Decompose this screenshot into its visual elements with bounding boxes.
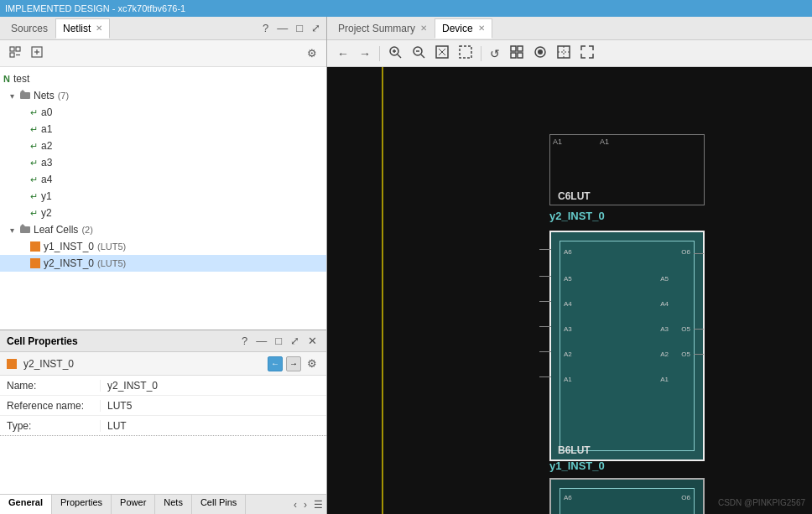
highlight-btn[interactable] [530,44,550,63]
props-key-refname: Reference name: [0,400,101,412]
pin-A1-left: A1 [564,376,572,383]
props-help-btn[interactable]: ? [239,334,250,348]
net-a2-label: a2 [41,140,52,152]
tree-net-a2[interactable]: ↵ a2 [0,138,326,154]
netlist-toolbar: ⚙ [0,40,326,67]
y2-block-name: B6LUT [558,444,591,456]
net-a4-label: a4 [41,174,52,185]
tree-net-a1[interactable]: ↵ a1 [0,121,326,138]
zoom-in-btn[interactable] [385,44,405,63]
svg-rect-2 [10,53,14,57]
tab-minimize-btn[interactable]: — [274,21,290,35]
pin-A5-left: A5 [564,275,572,283]
pin-A3-right: A3 [660,325,669,333]
route-btn[interactable] [507,44,527,63]
input-line-a4 [539,301,551,302]
y2-inst-block[interactable]: A6 O6 A5 A5 A4 A4 A3 A3 O5 A2 A2 O5 A1 A… [549,231,705,461]
props-scroll-left-btn[interactable]: ‹ [290,495,300,514]
props-row-refname: Reference name: LUT5 [0,396,326,416]
tree-net-y1[interactable]: ↵ y1 [0,188,326,205]
props-close-btn[interactable]: ✕ [305,334,320,348]
netlist-tab-close[interactable]: ✕ [96,23,102,33]
net-a3-label: a3 [41,157,52,169]
pin-A6-left: A6 [564,248,572,256]
props-settings-btn[interactable]: ⚙ [304,356,320,371]
tree-net-a3[interactable]: ↵ a3 [0,154,326,171]
props-val-type: LUT [101,420,133,432]
net-icon-a0: ↵ [30,107,38,118]
props-scroll-right-btn[interactable]: › [300,495,310,514]
pin-A2-left: A2 [564,350,572,358]
tree-nets-group[interactable]: ▾ Nets (7) [0,87,326,104]
back-btn[interactable]: ← [334,45,352,62]
svg-line-18 [442,49,445,52]
props-tab-general[interactable]: General [0,495,52,514]
snap-btn[interactable] [554,44,574,63]
forward-btn[interactable]: → [356,45,374,62]
props-tab-nets[interactable]: Nets [155,495,192,514]
net-icon-a2: ↵ [30,141,38,152]
tab-float-btn[interactable]: ⤢ [309,21,323,35]
net-a1-label: a1 [41,123,52,135]
select-btn[interactable] [455,44,476,63]
tab-sources[interactable]: Sources [3,18,55,39]
toolbar-sep-1 [379,46,380,61]
title-bar: IMPLEMENTED DESIGN - xc7k70tfbv676-1 [0,0,812,17]
tab-project-summary[interactable]: Project Summary ✕ [331,18,435,39]
net-icon-y1: ↵ [30,191,38,202]
tree-cell-y2inst0[interactable]: y2_INST_0 (LUT5) [0,255,326,272]
props-key-type: Type: [0,420,101,432]
props-row-type: Type: LUT [0,416,326,436]
y1-inst-block[interactable]: A6 O6 A5 [549,478,705,514]
c6lut-block[interactable]: A1 A1 C6LUT [549,134,705,205]
net-icon-a1: ↵ [30,124,38,135]
refresh-btn[interactable]: ↺ [487,45,503,62]
project-summary-close[interactable]: ✕ [420,23,427,33]
device-canvas[interactable]: A1 A1 C6LUT y2_INST_0 A6 O6 A5 A5 A4 A4 … [327,67,812,514]
collapse-all-btn[interactable] [7,45,23,61]
leafcells-label: Leaf Cells [34,224,78,236]
net-y2-label: y2 [41,207,52,219]
tree-net-a4[interactable]: ↵ a4 [0,171,326,188]
netlist-icon: N [3,74,10,84]
tree-leafcells-group[interactable]: ▾ Leaf Cells (2) [0,221,326,238]
props-maximize-btn[interactable]: □ [273,334,284,348]
tab-help-btn[interactable]: ? [260,21,271,35]
svg-rect-21 [460,46,471,58]
tab-device[interactable]: Device ✕ [435,18,492,39]
expand-all-btn[interactable] [29,45,45,61]
netlist-settings-btn[interactable]: ⚙ [304,46,320,60]
svg-rect-24 [511,53,516,58]
device-tab-close[interactable]: ✕ [478,23,485,33]
pin-A1-right: A1 [660,376,669,383]
tree-cell-y1inst0[interactable]: y1_INST_0 (LUT5) [0,238,326,255]
svg-rect-0 [10,47,14,51]
props-float-btn[interactable]: ⤢ [288,334,302,348]
svg-line-10 [398,55,401,58]
props-more-btn[interactable]: ☰ [310,495,326,514]
fit-btn[interactable] [432,44,452,63]
tab-maximize-btn[interactable]: □ [294,21,305,35]
net-y1-label: y1 [41,190,52,202]
props-tab-cellpins[interactable]: Cell Pins [192,495,246,514]
expand-view-btn[interactable] [577,44,597,63]
tree-root[interactable]: N test [0,70,326,87]
props-tab-properties[interactable]: Properties [52,495,112,514]
nets-label: Nets [34,90,55,101]
input-line-a5 [539,276,551,277]
input-line-a6 [539,249,551,250]
tree-net-y2[interactable]: ↵ y2 [0,205,326,221]
y1-pin-A6: A6 [564,494,572,501]
tab-netlist[interactable]: Netlist ✕ [55,18,110,39]
net-icon-a3: ↵ [30,158,38,169]
props-prev-btn[interactable]: ← [268,356,283,371]
tree-net-a0[interactable]: ↵ a0 [0,104,326,121]
props-tab-power[interactable]: Power [112,495,155,514]
zoom-out-btn[interactable] [409,44,429,63]
pin-A4-right: A4 [660,300,669,308]
title-text: IMPLEMENTED DESIGN - xc7k70tfbv676-1 [5,3,185,13]
props-minimize-btn[interactable]: — [253,334,269,348]
input-line-a3 [539,326,551,327]
pin-line-o5-1 [694,329,704,330]
props-next-btn[interactable]: → [286,356,301,371]
